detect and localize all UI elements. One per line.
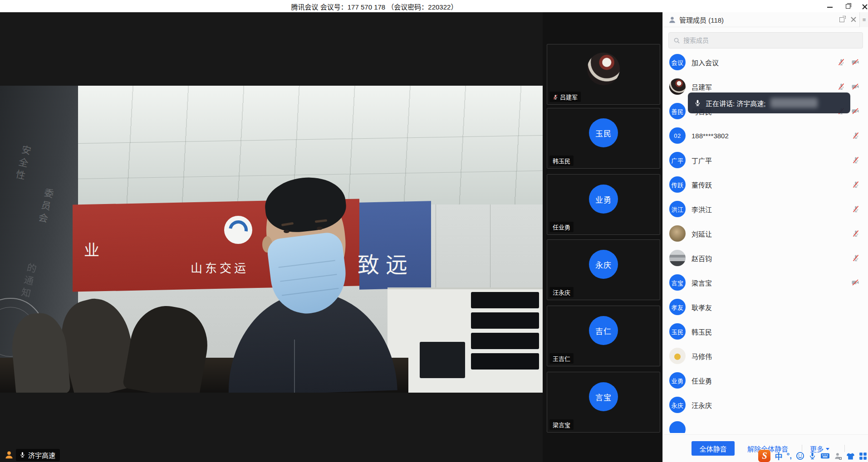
member-name: 吕建军 bbox=[691, 82, 838, 92]
voice-input-icon[interactable] bbox=[809, 452, 816, 460]
mic-off-icon[interactable] bbox=[838, 83, 845, 90]
avatar: 02 bbox=[669, 127, 686, 144]
participant-thumbnail-strip: 吕建军玉民韩玉民业勇任业勇永庆汪永庆吉仁王吉仁言宝梁言宝 bbox=[543, 12, 662, 462]
title-bar: 腾讯会议 会议号：177 570 178 （会议密码：220322） bbox=[0, 0, 868, 12]
member-row[interactable]: 02188****3802 bbox=[663, 123, 868, 148]
avatar: 永庆 bbox=[669, 397, 686, 413]
member-row[interactable]: 永庆汪永庆 bbox=[663, 393, 868, 417]
avatar: 广平 bbox=[669, 152, 686, 168]
member-name: 刘延让 bbox=[691, 229, 852, 238]
member-name: 马修伟 bbox=[691, 351, 859, 361]
mic-off-icon[interactable] bbox=[852, 254, 859, 262]
avatar bbox=[669, 78, 686, 95]
thumbnail-name-label: 王吉仁 bbox=[549, 353, 574, 364]
avatar: 孝友 bbox=[669, 299, 686, 315]
member-row[interactable]: 业勇任业勇 bbox=[663, 368, 868, 393]
camera-off-icon[interactable] bbox=[851, 83, 859, 90]
skin-icon[interactable] bbox=[846, 452, 855, 460]
member-row[interactable] bbox=[663, 417, 868, 433]
speaking-toast: 正在讲话: 济宇高速; bbox=[688, 92, 850, 113]
avatar: 永庆 bbox=[589, 250, 618, 279]
member-management-panel: 管理成员 (118) ≡ 会议加入会议吕建军善民马善民02188****3802… bbox=[662, 12, 868, 462]
avatar: 会议 bbox=[669, 54, 686, 70]
main-video-region[interactable]: 安全性 委员会 的通知 业 致远 山东交运 bbox=[0, 12, 543, 462]
mic-off-icon[interactable] bbox=[852, 205, 859, 213]
mic-icon bbox=[694, 99, 701, 107]
member-name: 汪永庆 bbox=[691, 400, 859, 410]
whiteboard-text: 的通知 bbox=[17, 262, 39, 302]
video-thumbnail-吕建军[interactable]: 吕建军 bbox=[547, 44, 660, 105]
avatar bbox=[669, 250, 686, 266]
whiteboard-text: 安全性 bbox=[11, 144, 33, 184]
video-thumbnail-韩玉民[interactable]: 玉民韩玉民 bbox=[547, 108, 660, 169]
member-name: 董传跃 bbox=[691, 180, 852, 190]
sogou-logo[interactable]: S bbox=[758, 450, 770, 462]
meeting-window: 腾讯会议 会议号：177 570 178 （会议密码：220322） 安全性 委… bbox=[0, 0, 868, 462]
member-row[interactable]: 赵百钧 bbox=[663, 246, 868, 270]
video-thumbnail-王吉仁[interactable]: 吉仁王吉仁 bbox=[547, 306, 660, 366]
mic-off-icon[interactable] bbox=[838, 58, 845, 66]
video-thumbnail-任业勇[interactable]: 业勇任业勇 bbox=[547, 174, 660, 235]
thumbnail-name-label: 梁言宝 bbox=[549, 419, 574, 430]
ime-toolbar: S中°, bbox=[758, 450, 867, 462]
toast-text: 正在讲话: 济宇高速; bbox=[706, 98, 766, 108]
member-row[interactable]: 孝友耿孝友 bbox=[663, 295, 868, 319]
camera-off-icon[interactable] bbox=[851, 107, 859, 115]
close-panel-icon[interactable] bbox=[848, 15, 859, 24]
punctuation-icon[interactable]: °, bbox=[786, 452, 792, 461]
mic-off-icon bbox=[553, 94, 558, 100]
avatar: 传跃 bbox=[669, 176, 686, 193]
toolbox-icon[interactable] bbox=[834, 452, 842, 460]
restore-button[interactable] bbox=[842, 3, 854, 10]
avatar bbox=[587, 53, 620, 85]
banner-text-left: 业 bbox=[84, 238, 99, 260]
thumbnail-name-label: 韩玉民 bbox=[549, 156, 574, 166]
avatar bbox=[669, 348, 686, 364]
member-name: 梁言宝 bbox=[691, 278, 851, 287]
hamburger-icon[interactable]: ≡ bbox=[859, 12, 868, 27]
member-name: 李洪江 bbox=[691, 204, 852, 214]
avatar: 业勇 bbox=[589, 185, 618, 214]
mute-all-button[interactable]: 全体静音 bbox=[691, 441, 735, 456]
panel-header: 管理成员 (118) ≡ bbox=[663, 12, 868, 27]
video-thumbnail-汪永庆[interactable]: 永庆汪永庆 bbox=[547, 239, 660, 300]
avatar: 言宝 bbox=[589, 382, 618, 411]
member-row[interactable]: 传跃董传跃 bbox=[663, 172, 868, 197]
member-row[interactable]: 刘延让 bbox=[663, 221, 868, 246]
mic-off-icon[interactable] bbox=[852, 230, 859, 237]
member-row[interactable]: 言宝梁言宝 bbox=[663, 270, 868, 295]
popout-icon[interactable] bbox=[836, 15, 848, 24]
close-window-button[interactable] bbox=[858, 3, 868, 10]
emoji-icon[interactable] bbox=[796, 452, 804, 460]
speaker-name: 济宇高速 bbox=[28, 450, 55, 460]
whiteboard-text: 委员会 bbox=[34, 187, 56, 227]
banner-text-right: 致远 bbox=[358, 247, 414, 279]
more-grid-icon[interactable] bbox=[859, 452, 867, 460]
member-name: 加入会议 bbox=[691, 58, 838, 67]
video-thumbnail-梁言宝[interactable]: 言宝梁言宝 bbox=[547, 372, 660, 433]
active-speaker-label: 济宇高速 bbox=[5, 449, 60, 461]
search-icon bbox=[673, 37, 680, 44]
chinese-mode-icon[interactable]: 中 bbox=[775, 450, 782, 462]
mic-off-icon[interactable] bbox=[852, 132, 859, 139]
minimize-button[interactable] bbox=[824, 3, 836, 10]
member-row[interactable]: 玉民韩玉民 bbox=[663, 319, 868, 344]
mic-off-icon[interactable] bbox=[852, 156, 859, 164]
camera-off-icon[interactable] bbox=[851, 279, 859, 286]
search-input[interactable] bbox=[683, 37, 858, 44]
member-name: 丁广平 bbox=[691, 156, 852, 165]
member-row[interactable]: 广平丁广平 bbox=[663, 148, 868, 172]
mic-off-icon[interactable] bbox=[852, 181, 859, 188]
member-row[interactable]: 马修伟 bbox=[663, 344, 868, 368]
monitor-stack bbox=[471, 292, 539, 308]
member-name: 耿孝友 bbox=[691, 302, 859, 312]
avatar: 玉民 bbox=[589, 118, 618, 147]
member-row[interactable]: 会议加入会议 bbox=[663, 50, 868, 74]
banner-logo-text: 山东交运 bbox=[191, 259, 249, 276]
member-search[interactable] bbox=[668, 32, 863, 49]
member-row[interactable]: 洪江李洪江 bbox=[663, 197, 868, 221]
keyboard-icon[interactable] bbox=[820, 452, 830, 460]
member-name: 赵百钧 bbox=[691, 253, 852, 263]
member-name: 188****3802 bbox=[691, 132, 852, 140]
camera-off-icon[interactable] bbox=[851, 58, 859, 66]
